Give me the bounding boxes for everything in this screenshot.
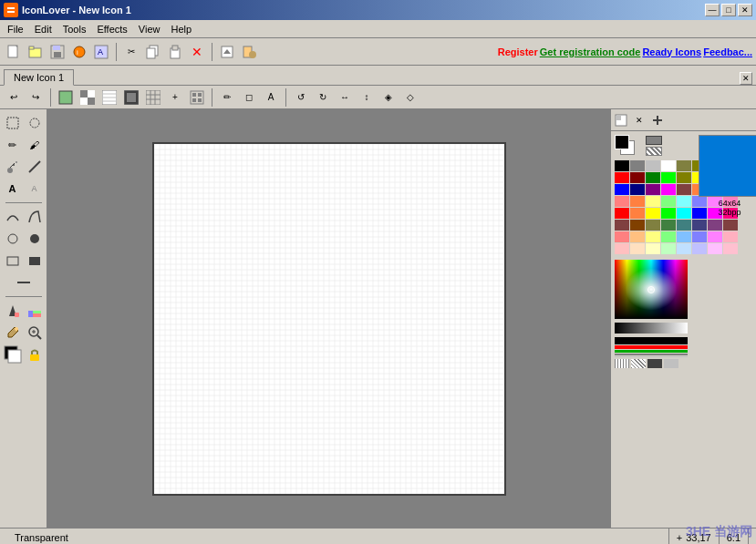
menu-help[interactable]: Help [165, 22, 197, 36]
tool-dark[interactable] [121, 87, 141, 108]
color-cell[interactable] [615, 231, 629, 242]
swatch-light[interactable] [664, 359, 678, 368]
right-tool-3[interactable] [649, 112, 666, 128]
color-cell[interactable] [646, 160, 660, 171]
pattern-hatch[interactable] [646, 147, 662, 156]
color-cell[interactable] [646, 231, 660, 242]
fg-bg-selector[interactable] [615, 135, 640, 157]
grayscale-bar[interactable] [615, 323, 688, 334]
tab-close-button[interactable]: ✕ [740, 72, 752, 85]
color-cell[interactable] [661, 220, 676, 231]
color-cell[interactable] [630, 208, 645, 219]
tool-plus[interactable]: + [165, 87, 185, 108]
menu-view[interactable]: View [133, 22, 166, 36]
toolbar-icon1[interactable]: i [69, 42, 89, 62]
filled-rect-tool[interactable] [25, 251, 45, 271]
zoom-tool[interactable] [25, 323, 45, 343]
color-cell[interactable] [677, 172, 691, 183]
color-cell[interactable] [615, 172, 629, 183]
drawing-canvas[interactable] [154, 144, 504, 494]
tool-text[interactable]: A [261, 87, 281, 108]
color-cell[interactable] [677, 243, 691, 254]
color-cell[interactable] [677, 220, 691, 231]
tool-flip-h[interactable]: ↔ [335, 87, 355, 108]
toolbar-new[interactable] [4, 42, 24, 62]
text-tool-2[interactable]: A [25, 179, 45, 199]
window-controls[interactable]: — □ ✕ [705, 4, 752, 16]
color-cell[interactable] [661, 208, 676, 219]
dropper-tool[interactable] [3, 323, 23, 343]
fill-tool[interactable] [3, 301, 23, 321]
toolbar-paste[interactable] [165, 42, 185, 62]
text-tool[interactable]: A [3, 179, 23, 199]
toolbar-icon2[interactable]: A [91, 42, 111, 62]
tool-eraser[interactable]: ◻ [239, 87, 259, 108]
color-cell[interactable] [646, 243, 660, 254]
toolbar-delete[interactable]: ✕ [187, 42, 207, 62]
airbrush-tool[interactable] [3, 157, 23, 177]
redo-button[interactable]: ↪ [26, 87, 46, 108]
close-button[interactable]: ✕ [738, 4, 752, 16]
pattern-solid[interactable] [646, 136, 662, 145]
tool-rotate-ccw[interactable]: ↺ [291, 87, 311, 108]
color-cell[interactable] [615, 160, 629, 171]
color-cell[interactable] [677, 231, 691, 242]
color-cell[interactable] [646, 184, 660, 195]
color-cell[interactable] [630, 243, 645, 254]
color-cell[interactable] [646, 172, 660, 183]
color-cell[interactable] [615, 243, 629, 254]
toolbar-import[interactable] [217, 42, 237, 62]
color-cell[interactable] [661, 231, 676, 242]
tool-move[interactable]: ◈ [378, 87, 399, 108]
toolbar-open[interactable] [26, 42, 46, 62]
tool-flip-v[interactable]: ↕ [357, 87, 377, 108]
ready-icons-link[interactable]: Ready Icons [642, 46, 701, 57]
minimize-button[interactable]: — [705, 4, 720, 16]
color-cell[interactable] [630, 160, 645, 171]
brush-tool[interactable]: 🖌 [25, 135, 45, 155]
filled-ellipse-tool[interactable] [25, 229, 45, 249]
toolbar-save[interactable] [47, 42, 67, 62]
color-cell[interactable] [615, 196, 629, 207]
tab-new-icon-1[interactable]: New Icon 1 [4, 69, 74, 86]
tool-rotate-cw[interactable]: ↻ [313, 87, 333, 108]
color-gradient-picker[interactable] [615, 260, 688, 319]
color-cell[interactable] [677, 196, 691, 207]
maximize-button[interactable]: □ [721, 4, 736, 16]
color-cell[interactable] [646, 220, 660, 231]
lock-tool[interactable] [25, 344, 45, 364]
bezier-tool[interactable] [25, 207, 45, 227]
register-link[interactable]: Register [498, 46, 538, 57]
toolbar-cut[interactable]: ✂ [121, 42, 141, 62]
ellipse-tool[interactable] [3, 229, 23, 249]
color-cell[interactable] [661, 243, 676, 254]
color-cell[interactable] [677, 184, 691, 195]
menu-effects[interactable]: Effects [91, 22, 132, 36]
color-cell[interactable] [615, 184, 629, 195]
color-cell[interactable] [630, 231, 645, 242]
rect-tool[interactable] [3, 251, 23, 271]
color-cell[interactable] [661, 160, 676, 171]
color-cell[interactable] [661, 184, 676, 195]
color-cell[interactable] [661, 172, 676, 183]
canvas-wrapper[interactable] [152, 142, 506, 496]
undo-button[interactable]: ↩ [4, 87, 24, 108]
color-cell[interactable] [615, 220, 629, 231]
color-cell[interactable] [630, 220, 645, 231]
color-cell[interactable] [630, 184, 645, 195]
color-cell[interactable] [677, 160, 691, 171]
tool-checker[interactable] [78, 87, 98, 108]
select-color-tool[interactable] [25, 301, 45, 321]
get-registration-link[interactable]: Get registration code [540, 46, 641, 57]
swatch-dark[interactable] [647, 359, 662, 368]
select-ellipse-tool[interactable] [25, 113, 45, 133]
tool-view[interactable] [187, 87, 207, 108]
color-cell[interactable] [661, 196, 676, 207]
swatch-stripe1[interactable] [615, 359, 629, 368]
tool-fill[interactable] [56, 87, 76, 108]
select-rect-tool[interactable] [3, 113, 23, 133]
color-cell[interactable] [630, 172, 645, 183]
right-tool-1[interactable] [613, 112, 629, 128]
menu-file[interactable]: File [2, 22, 29, 36]
menu-edit[interactable]: Edit [29, 22, 57, 36]
